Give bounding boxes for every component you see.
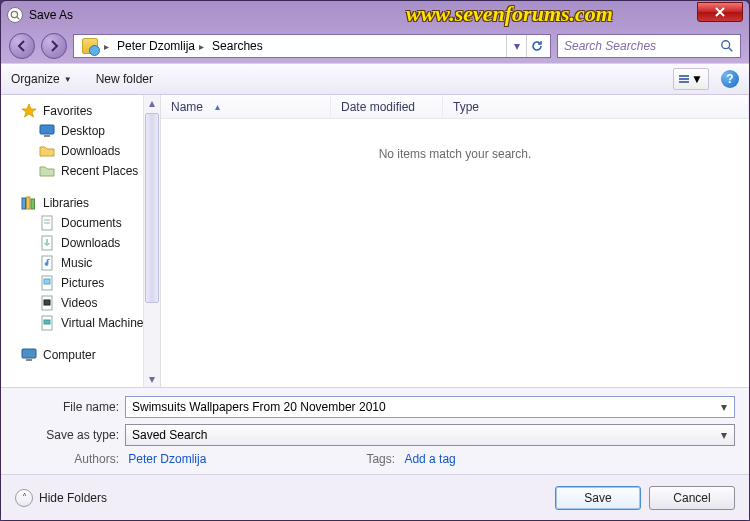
user-folder-icon — [82, 38, 98, 54]
save-as-dialog: Save As www.sevenforums.com ▸ Peter Dzom… — [0, 0, 750, 521]
search-icon — [720, 39, 734, 53]
nav-label: Virtual Machines — [61, 316, 150, 330]
svg-rect-18 — [44, 300, 50, 305]
svg-rect-9 — [31, 199, 35, 209]
back-button[interactable] — [9, 33, 35, 59]
navigation-pane: Favorites Desktop Downloads Recent Place… — [1, 95, 161, 387]
libraries-icon — [21, 195, 37, 211]
svg-point-0 — [11, 11, 17, 17]
savetype-value: Saved Search — [132, 428, 207, 442]
close-button[interactable] — [697, 2, 743, 22]
cancel-button[interactable]: Cancel — [649, 486, 735, 510]
tags-value[interactable]: Add a tag — [404, 452, 455, 466]
savetype-select[interactable]: Saved Search ▾ — [125, 424, 735, 446]
nav-desktop[interactable]: Desktop — [1, 121, 160, 141]
computer-label: Computer — [43, 348, 96, 362]
address-dropdown-button[interactable]: ▾ — [506, 35, 526, 57]
libraries-group[interactable]: Libraries — [1, 193, 160, 213]
nav-label: Videos — [61, 296, 97, 310]
documents-icon — [39, 215, 55, 231]
filename-input[interactable]: Swimsuits Wallpapers From 20 November 20… — [125, 396, 735, 418]
column-type[interactable]: Type — [443, 95, 749, 118]
forward-button[interactable] — [41, 33, 67, 59]
nav-virtual-machines[interactable]: Virtual Machines — [1, 313, 160, 333]
chevron-down-icon: ▼ — [64, 75, 72, 84]
nav-label: Downloads — [61, 236, 120, 250]
column-label: Name — [171, 100, 203, 114]
search-placeholder: Search Searches — [564, 39, 656, 53]
breadcrumb-seg-1[interactable]: Peter Dzomlija ▸ — [113, 35, 208, 57]
svg-marker-4 — [22, 104, 36, 117]
chevron-down-icon[interactable]: ▾ — [716, 427, 732, 443]
virtual-machines-icon — [39, 315, 55, 331]
breadcrumb-root[interactable]: ▸ — [78, 35, 113, 57]
form-area: File name: Swimsuits Wallpapers From 20 … — [1, 387, 749, 474]
organize-button[interactable]: Organize ▼ — [11, 72, 72, 86]
nav-videos[interactable]: Videos — [1, 293, 160, 313]
filename-label: File name: — [15, 400, 119, 414]
authors-value[interactable]: Peter Dzomlija — [128, 452, 206, 466]
search-input[interactable]: Search Searches — [557, 34, 741, 58]
titlebar: Save As www.sevenforums.com — [1, 1, 749, 29]
videos-icon — [39, 295, 55, 311]
new-folder-button[interactable]: New folder — [96, 72, 153, 86]
downloads-icon — [39, 235, 55, 251]
window-title: Save As — [29, 8, 73, 22]
nav-label: Documents — [61, 216, 122, 230]
recent-places-icon — [39, 163, 55, 179]
svg-rect-6 — [44, 135, 50, 137]
nav-label: Music — [61, 256, 92, 270]
svg-rect-5 — [40, 125, 54, 134]
chevron-down-icon[interactable]: ▾ — [716, 399, 732, 415]
nav-label: Desktop — [61, 124, 105, 138]
computer-icon — [21, 347, 37, 363]
libraries-label: Libraries — [43, 196, 89, 210]
favorites-group[interactable]: Favorites — [1, 101, 160, 121]
empty-message: No items match your search. — [161, 119, 749, 387]
svg-rect-8 — [27, 197, 31, 209]
nav-downloads[interactable]: Downloads — [1, 141, 160, 161]
svg-rect-21 — [22, 349, 36, 358]
nav-documents[interactable]: Documents — [1, 213, 160, 233]
address-bar[interactable]: ▸ Peter Dzomlija ▸ Searches ▾ — [73, 34, 551, 58]
savetype-label: Save as type: — [15, 428, 119, 442]
svg-rect-7 — [22, 198, 26, 209]
column-date-modified[interactable]: Date modified — [331, 95, 443, 118]
scroll-down-icon[interactable]: ▾ — [144, 371, 160, 387]
nav-music[interactable]: Music — [1, 253, 160, 273]
star-icon — [21, 103, 37, 119]
scroll-thumb[interactable] — [145, 113, 159, 303]
hide-folders-button[interactable]: ˄ Hide Folders — [15, 489, 107, 507]
nav-recent-places[interactable]: Recent Places — [1, 161, 160, 181]
breadcrumb-label: Peter Dzomlija — [117, 39, 195, 53]
refresh-button[interactable] — [526, 35, 546, 57]
breadcrumb-seg-2[interactable]: Searches — [208, 35, 267, 57]
view-button[interactable]: ▼ — [673, 68, 709, 90]
nav-label: Recent Places — [61, 164, 138, 178]
column-name[interactable]: Name ▴ — [161, 95, 331, 118]
svg-rect-22 — [26, 359, 32, 361]
footer: ˄ Hide Folders Save Cancel — [1, 474, 749, 520]
nav-scrollbar[interactable]: ▴ ▾ — [143, 95, 160, 387]
list-view-icon — [679, 75, 689, 83]
address-buttons: ▾ — [506, 35, 546, 57]
computer-group[interactable]: Computer — [1, 345, 160, 365]
svg-point-2 — [722, 41, 730, 49]
save-button[interactable]: Save — [555, 486, 641, 510]
help-button[interactable]: ? — [721, 70, 739, 88]
watermark-text: www.sevenforums.com — [406, 1, 613, 27]
dialog-body: Favorites Desktop Downloads Recent Place… — [1, 95, 749, 387]
column-headers: Name ▴ Date modified Type — [161, 95, 749, 119]
nav-pictures[interactable]: Pictures — [1, 273, 160, 293]
desktop-icon — [39, 123, 55, 139]
music-icon — [39, 255, 55, 271]
svg-rect-16 — [44, 279, 50, 284]
svg-rect-20 — [44, 320, 50, 324]
nav-bar: ▸ Peter Dzomlija ▸ Searches ▾ Search Sea… — [1, 29, 749, 63]
nav-lib-downloads[interactable]: Downloads — [1, 233, 160, 253]
pictures-icon — [39, 275, 55, 291]
scroll-up-icon[interactable]: ▴ — [144, 95, 160, 111]
nav-label: Pictures — [61, 276, 104, 290]
hide-folders-label: Hide Folders — [39, 491, 107, 505]
filename-value: Swimsuits Wallpapers From 20 November 20… — [132, 400, 386, 414]
